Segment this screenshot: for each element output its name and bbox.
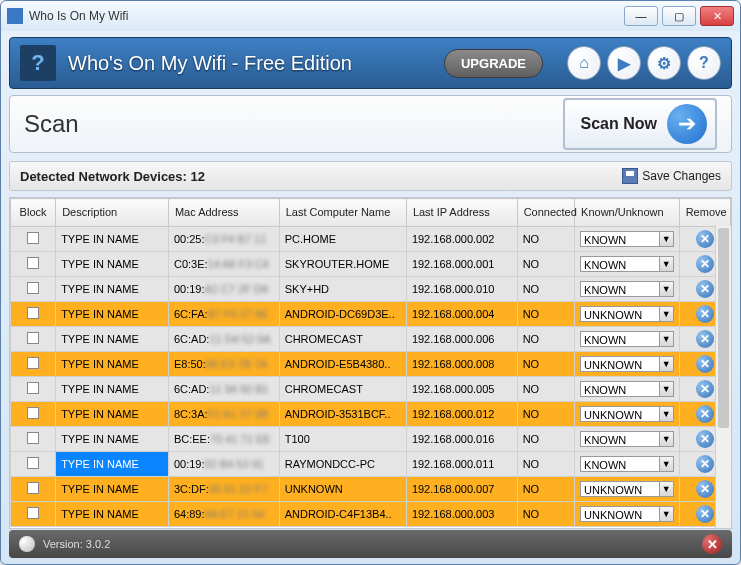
remove-button[interactable]: ✕	[696, 280, 714, 298]
remove-button[interactable]: ✕	[696, 355, 714, 373]
chevron-down-icon[interactable]: ▼	[660, 231, 674, 247]
col-mac[interactable]: Mac Address	[168, 199, 279, 227]
play-icon[interactable]: ▶	[607, 46, 641, 80]
known-select[interactable]: UNKNOWN▼	[580, 306, 674, 322]
col-connected[interactable]: Connected	[517, 199, 574, 227]
table-row[interactable]: TYPE IN NAME8C:3A:F2 A1 27 0BANDROID-353…	[11, 402, 731, 427]
description-cell[interactable]: TYPE IN NAME	[56, 502, 169, 527]
ip-cell: 192.168.000.008	[406, 352, 517, 377]
block-checkbox[interactable]	[27, 257, 39, 269]
remove-button[interactable]: ✕	[696, 330, 714, 348]
help-icon[interactable]: ?	[687, 46, 721, 80]
block-checkbox[interactable]	[27, 382, 39, 394]
connected-cell: NO	[517, 227, 574, 252]
remove-button[interactable]: ✕	[696, 430, 714, 448]
table-row[interactable]: TYPE IN NAME00:19:02 B4 53 91RAYMONDCC-P…	[11, 452, 731, 477]
table-row[interactable]: TYPE IN NAME00:25:C3 F4 B7 11PC.HOME192.…	[11, 227, 731, 252]
description-cell[interactable]: TYPE IN NAME	[56, 477, 169, 502]
chevron-down-icon[interactable]: ▼	[660, 456, 674, 472]
known-select[interactable]: KNOWN▼	[580, 331, 674, 347]
remove-button[interactable]: ✕	[696, 255, 714, 273]
detected-label: Detected Network Devices: 12	[20, 169, 622, 184]
known-select[interactable]: KNOWN▼	[580, 456, 674, 472]
col-computer[interactable]: Last Computer Name	[279, 199, 406, 227]
mac-cell: 00:19:02 B4 53 91	[168, 452, 279, 477]
chevron-down-icon[interactable]: ▼	[660, 331, 674, 347]
known-select[interactable]: KNOWN▼	[580, 381, 674, 397]
known-select[interactable]: KNOWN▼	[580, 256, 674, 272]
block-checkbox[interactable]	[27, 507, 39, 519]
scan-now-button[interactable]: Scan Now ➔	[563, 98, 717, 150]
table-row[interactable]: TYPE IN NAME00:19:A2 C7 2F D8SKY+HD192.1…	[11, 277, 731, 302]
remove-button[interactable]: ✕	[696, 380, 714, 398]
table-row[interactable]: TYPE IN NAME6C:FA:B7 F0 27 8EANDROID-DC6…	[11, 302, 731, 327]
upgrade-button[interactable]: UPGRADE	[444, 49, 543, 78]
block-checkbox[interactable]	[27, 432, 39, 444]
block-checkbox[interactable]	[27, 357, 39, 369]
chevron-down-icon[interactable]: ▼	[660, 356, 674, 372]
col-block[interactable]: Block	[11, 199, 56, 227]
chevron-down-icon[interactable]: ▼	[660, 431, 674, 447]
description-cell[interactable]: TYPE IN NAME	[56, 402, 169, 427]
chevron-down-icon[interactable]: ▼	[660, 381, 674, 397]
remove-button[interactable]: ✕	[696, 505, 714, 523]
chevron-down-icon[interactable]: ▼	[660, 281, 674, 297]
known-select[interactable]: KNOWN▼	[580, 431, 674, 447]
description-cell[interactable]: TYPE IN NAME	[56, 427, 169, 452]
description-cell[interactable]: TYPE IN NAME	[56, 277, 169, 302]
save-icon	[622, 168, 638, 184]
known-unknown-cell: UNKNOWN▼	[575, 302, 680, 327]
block-checkbox[interactable]	[27, 482, 39, 494]
known-select[interactable]: UNKNOWN▼	[580, 506, 674, 522]
remove-button[interactable]: ✕	[696, 455, 714, 473]
minimize-button[interactable]: —	[624, 6, 658, 26]
maximize-button[interactable]: ▢	[662, 6, 696, 26]
scrollbar-thumb[interactable]	[718, 228, 729, 428]
block-checkbox[interactable]	[27, 232, 39, 244]
known-select[interactable]: KNOWN▼	[580, 281, 674, 297]
block-checkbox[interactable]	[27, 332, 39, 344]
chevron-down-icon[interactable]: ▼	[660, 481, 674, 497]
col-description[interactable]: Description	[56, 199, 169, 227]
remove-button[interactable]: ✕	[696, 305, 714, 323]
block-checkbox[interactable]	[27, 282, 39, 294]
table-row[interactable]: TYPE IN NAMEE8:50:66 E3 7B 7AANDROID-E5B…	[11, 352, 731, 377]
description-cell[interactable]: TYPE IN NAME	[56, 227, 169, 252]
vertical-scrollbar[interactable]	[715, 226, 731, 528]
chevron-down-icon[interactable]: ▼	[660, 406, 674, 422]
table-row[interactable]: TYPE IN NAME3C:DF:05 61 22 F7UNKNOWN192.…	[11, 477, 731, 502]
chevron-down-icon[interactable]: ▼	[660, 306, 674, 322]
block-checkbox[interactable]	[27, 407, 39, 419]
chevron-down-icon[interactable]: ▼	[660, 256, 674, 272]
table-row[interactable]: TYPE IN NAMEBC:EE:70 41 71 EET100192.168…	[11, 427, 731, 452]
col-known[interactable]: Known/Unknown	[575, 199, 680, 227]
description-cell[interactable]: TYPE IN NAME	[56, 352, 169, 377]
col-remove[interactable]: Remove	[679, 199, 730, 227]
settings-icon[interactable]: ⚙	[647, 46, 681, 80]
description-cell[interactable]: TYPE IN NAME	[56, 327, 169, 352]
known-select[interactable]: UNKNOWN▼	[580, 406, 674, 422]
known-select[interactable]: UNKNOWN▼	[580, 356, 674, 372]
block-checkbox[interactable]	[27, 457, 39, 469]
home-icon[interactable]: ⌂	[567, 46, 601, 80]
remove-button[interactable]: ✕	[696, 230, 714, 248]
description-cell[interactable]: TYPE IN NAME	[56, 452, 169, 477]
close-button[interactable]: ✕	[700, 6, 734, 26]
chevron-down-icon[interactable]: ▼	[660, 506, 674, 522]
status-close-button[interactable]: ✕	[702, 534, 722, 554]
remove-button[interactable]: ✕	[696, 480, 714, 498]
remove-button[interactable]: ✕	[696, 405, 714, 423]
known-select[interactable]: KNOWN▼	[580, 231, 674, 247]
table-row[interactable]: TYPE IN NAMEC0:3E:14 A8 F3 C4SKYROUTER.H…	[11, 252, 731, 277]
known-select[interactable]: UNKNOWN▼	[580, 481, 674, 497]
table-row[interactable]: TYPE IN NAME6C:AD:11 D4 52 0ACHROMECAST1…	[11, 327, 731, 352]
table-row[interactable]: TYPE IN NAME6C:AD:11 94 50 B1CHROMECAST1…	[11, 377, 731, 402]
col-ip[interactable]: Last IP Address	[406, 199, 517, 227]
computer-cell: SKYROUTER.HOME	[279, 252, 406, 277]
description-cell[interactable]: TYPE IN NAME	[56, 252, 169, 277]
block-checkbox[interactable]	[27, 307, 39, 319]
save-changes-button[interactable]: Save Changes	[622, 168, 721, 184]
description-cell[interactable]: TYPE IN NAME	[56, 377, 169, 402]
table-row[interactable]: TYPE IN NAME64:89:8A E7 21 54ANDROID-C4F…	[11, 502, 731, 527]
description-cell[interactable]: TYPE IN NAME	[56, 302, 169, 327]
